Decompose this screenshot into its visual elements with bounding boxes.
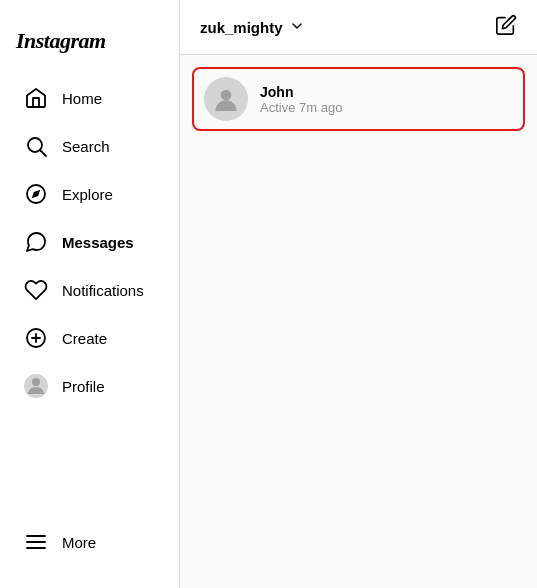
messages-icon <box>24 230 48 254</box>
avatar <box>24 374 48 398</box>
sidebar-item-explore[interactable]: Explore <box>8 172 171 216</box>
instagram-logo: Instagram <box>0 16 179 74</box>
sidebar-item-label-profile: Profile <box>62 378 105 395</box>
sidebar-item-profile[interactable]: Profile <box>8 364 171 408</box>
svg-point-7 <box>32 378 40 386</box>
more-icon <box>24 530 48 554</box>
search-icon <box>24 134 48 158</box>
sidebar-item-label-search: Search <box>62 138 110 155</box>
main-content: zuk_mighty John Ac <box>180 0 537 588</box>
nav-items: Home Search Explore <box>0 74 179 512</box>
username-dropdown[interactable]: zuk_mighty <box>200 18 305 37</box>
conversation-item-john[interactable]: John Active 7m ago <box>192 67 525 131</box>
sidebar: Instagram Home Search <box>0 0 180 588</box>
sidebar-item-label-messages: Messages <box>62 234 134 251</box>
sidebar-item-label-more: More <box>62 534 96 551</box>
conversation-status: Active 7m ago <box>260 100 342 115</box>
svg-marker-3 <box>32 190 40 198</box>
conversation-info: John Active 7m ago <box>260 84 342 115</box>
header-username-text: zuk_mighty <box>200 19 283 36</box>
sidebar-item-label-notifications: Notifications <box>62 282 144 299</box>
sidebar-item-label-explore: Explore <box>62 186 113 203</box>
sidebar-item-label-home: Home <box>62 90 102 107</box>
sidebar-item-notifications[interactable]: Notifications <box>8 268 171 312</box>
svg-point-11 <box>221 90 232 101</box>
svg-line-1 <box>41 151 47 157</box>
explore-icon <box>24 182 48 206</box>
notifications-icon <box>24 278 48 302</box>
compose-button[interactable] <box>495 14 517 40</box>
sidebar-item-label-create: Create <box>62 330 107 347</box>
conversation-avatar <box>204 77 248 121</box>
sidebar-item-create[interactable]: Create <box>8 316 171 360</box>
sidebar-item-messages[interactable]: Messages <box>8 220 171 264</box>
sidebar-item-home[interactable]: Home <box>8 76 171 120</box>
sidebar-item-search[interactable]: Search <box>8 124 171 168</box>
conversation-name: John <box>260 84 342 100</box>
sidebar-item-more[interactable]: More <box>8 520 171 564</box>
create-icon <box>24 326 48 350</box>
main-header: zuk_mighty <box>180 0 537 55</box>
chevron-down-icon <box>289 18 305 37</box>
conversation-list: John Active 7m ago <box>180 55 537 143</box>
home-icon <box>24 86 48 110</box>
